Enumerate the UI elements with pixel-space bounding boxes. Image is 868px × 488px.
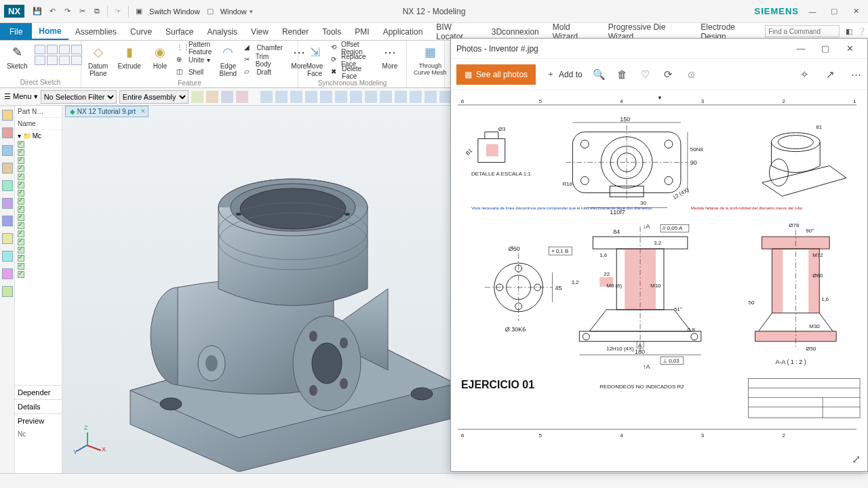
selection-filter[interactable]: No Selection Filter [41,90,117,104]
window-menu[interactable]: Window [220,7,247,16]
edge-blend-button[interactable]: ◠Edge Blend [216,42,240,79]
assembly-filter[interactable]: Entire Assembly [119,90,189,104]
tab-home[interactable]: Home [32,23,68,40]
svg-point-37 [665,140,673,148]
tab-view[interactable]: View [244,23,275,40]
svg-text:90°: 90° [806,228,814,234]
touch-icon[interactable]: ☞ [113,6,123,17]
help-icon[interactable]: ◧ [844,26,854,37]
help2-icon[interactable]: ❔ [856,26,867,37]
edit-icon[interactable]: ✧ [798,68,810,81]
svg-point-0 [160,398,182,410]
svg-text:12 (4X): 12 (4X) [671,186,690,201]
close-tab-icon[interactable]: ✕ [140,108,146,115]
copy-icon[interactable]: ⧉ [92,6,102,17]
close-icon[interactable]: ✕ [848,5,864,18]
sketch-button[interactable]: ✎ Sketch [4,42,31,71]
offset-region-button[interactable]: ⟲Offset Region [331,42,374,54]
svg-text:3,2: 3,2 [571,279,579,285]
unite-button[interactable]: ⊕Unite ▾ [176,54,212,66]
nav-icon[interactable] [2,110,13,121]
favorite-icon[interactable]: ♡ [639,68,652,81]
nav-name-column[interactable]: Name [15,118,62,130]
svg-point-55 [778,136,813,149]
svg-text:Ø50: Ø50 [806,346,816,352]
shape-icon[interactable] [35,45,45,54]
svg-text:REDONDEOS NO INDICADOS R2: REDONDEOS NO INDICADOS R2 [599,384,684,390]
svg-point-7 [309,385,317,396]
crop-icon[interactable]: ⟃ [686,68,698,81]
svg-point-16 [218,213,368,270]
svg-rect-74 [593,237,688,249]
menu-button[interactable]: ☰ Menu ▾ [4,92,38,101]
part-model [90,133,456,472]
tab-tools[interactable]: Tools [315,23,348,40]
title-bar: NX 💾 ↶ ↷ ✂ ⧉ ☞ ▣ Switch Window ▢ Window … [0,0,868,23]
add-to-button[interactable]: ＋ Add to [547,68,583,80]
restore-icon[interactable]: ▢ [826,5,842,18]
pattern-button[interactable]: ⋮⋮Pattern Feature [176,42,212,54]
details-section[interactable]: Details [15,399,62,413]
cut-icon[interactable]: ✂ [77,6,87,17]
tab-surface[interactable]: Surface [159,23,200,40]
tab-render[interactable]: Render [275,23,315,40]
window-icon[interactable]: ▣ [134,6,144,17]
photos-content[interactable]: .l{stroke:#222;stroke-width:1;fill:none}… [451,90,867,471]
tree-item[interactable] [18,140,59,148]
zoom-icon[interactable]: 🔍 [593,68,606,81]
undo-icon[interactable]: ↶ [47,6,58,17]
find-command-input[interactable] [765,25,840,37]
svg-rect-81 [660,224,689,232]
save-icon[interactable]: 💾 [32,6,43,17]
photos-maximize-icon[interactable]: ▢ [813,41,837,57]
extrude-button[interactable]: ▮Extrude [115,42,143,71]
document-tab[interactable]: ◆ NX 12 Tutorial 9.prt ✕ [65,106,149,117]
more-icon[interactable]: ⋯ [850,68,862,81]
share-icon[interactable]: ↗ [824,68,836,81]
svg-text:45: 45 [555,285,562,291]
svg-point-62 [496,284,503,291]
draft-button[interactable]: ▱Draft [244,66,282,78]
view-triad[interactable]: Z X Y [76,432,103,460]
shell-button[interactable]: ◫Shell [176,66,212,78]
svg-text:2: 2 [782,432,785,439]
svg-rect-104 [755,331,837,342]
photos-window: Photos - Inventor #.jpg — ▢ ✕ ▦ See all … [450,38,868,472]
photos-close-icon[interactable]: ✕ [837,41,862,57]
tab-curve[interactable]: Curve [123,23,159,40]
through-curve-mesh-button[interactable]: ▦Through Curve Mesh [411,42,450,77]
photos-toolbar: ▦ See all photos ＋ Add to 🔍 🗑 ♡ ⟳ ⟃ ✧ ↗ … [451,59,867,90]
chamfer-button[interactable]: ◢Chamfer [244,42,282,54]
svg-point-18 [344,213,350,216]
delete-icon[interactable]: 🗑 [616,68,629,81]
more-sync-button[interactable]: ⋯More [378,42,402,71]
replace-face-button[interactable]: ⟳Replace Face [331,54,374,66]
redo-icon[interactable]: ↷ [62,6,73,17]
delete-face-button[interactable]: ✖Delete Face [331,66,374,78]
minimize-icon[interactable]: — [804,5,821,18]
photos-minimize-icon[interactable]: — [789,41,813,57]
sel-icon[interactable] [191,91,203,103]
svg-text:M10: M10 [650,283,661,289]
switch-window[interactable]: Switch Window [149,7,200,16]
photos-titlebar[interactable]: Photos - Inventor #.jpg — ▢ ✕ [451,39,867,59]
tree-root[interactable]: ▾ 📁 Mc [18,131,59,140]
move-face-button[interactable]: ⇲Move Face [302,42,327,79]
preview-section[interactable]: Preview [15,413,62,428]
tab-application[interactable]: Application [376,23,430,40]
svg-text:22: 22 [604,271,610,277]
window2-icon[interactable]: ▢ [205,6,216,17]
dependencies-section[interactable]: Depender [15,385,62,399]
hole-button[interactable]: ◉Hole [148,42,172,71]
svg-point-58 [494,263,543,312]
datum-plane-button[interactable]: ◇Datum Plane [85,42,111,79]
see-all-photos-button[interactable]: ▦ See all photos [456,64,536,85]
tab-file[interactable]: File [0,23,32,40]
tab-analysis[interactable]: Analysis [200,23,244,40]
trim-body-button[interactable]: ✂Trim Body [244,54,282,66]
rotate-icon[interactable]: ⟳ [663,68,675,81]
tab-pmi[interactable]: PMI [348,23,376,40]
tab-assemblies[interactable]: Assemblies [68,23,123,40]
expand-icon[interactable]: ⤢ [852,453,861,466]
svg-text:M6 (6): M6 (6) [606,283,622,289]
